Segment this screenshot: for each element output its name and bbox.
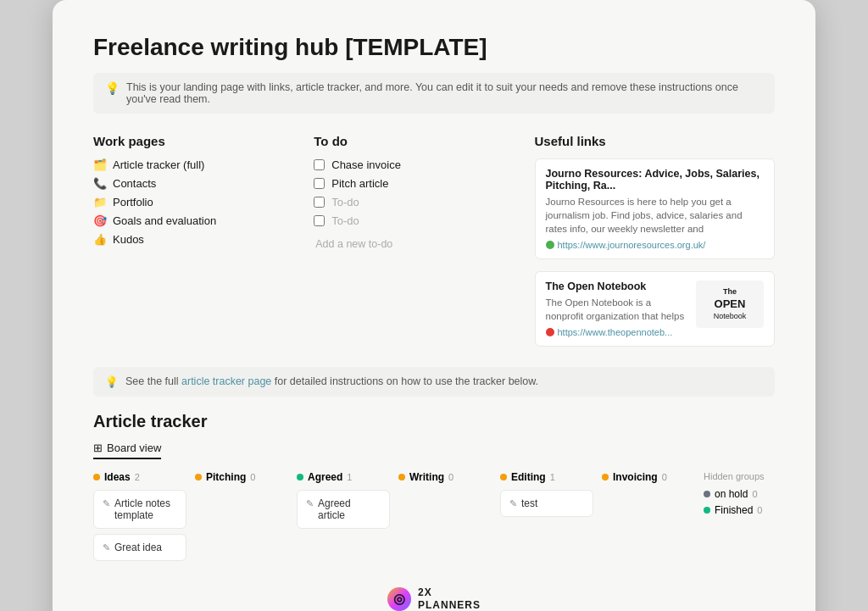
board-card[interactable]: ✎ Agreed article — [297, 490, 390, 529]
useful-links-section: Useful links Journo Resources: Advice, J… — [535, 134, 776, 347]
on-hold-dot — [704, 491, 710, 497]
list-item[interactable]: 🗂️ Article tracker (full) — [93, 158, 293, 171]
todo-checkbox[interactable] — [314, 159, 325, 170]
work-pages-list: 🗂️ Article tracker (full) 📞 Contacts 📁 P… — [93, 158, 293, 246]
article-tracker-icon: 🗂️ — [93, 158, 107, 171]
contacts-icon: 📞 — [93, 177, 107, 190]
card-edit-icon: ✎ — [103, 498, 110, 509]
list-item[interactable]: 📁 Portfolio — [93, 196, 293, 208]
board-col-ideas: Ideas 2 ✎ Article notes template ✎ Great… — [93, 471, 186, 566]
ideas-dot — [93, 474, 100, 480]
card-edit-icon: ✎ — [509, 498, 517, 509]
todo-checkbox[interactable] — [314, 178, 325, 189]
work-pages-section: Work pages 🗂️ Article tracker (full) 📞 C… — [93, 134, 293, 347]
todo-item-greyed[interactable]: To-do — [314, 196, 514, 208]
link-card-url[interactable]: https://www.journoresources.org.uk/ — [546, 240, 765, 250]
card-edit-icon: ✎ — [103, 542, 110, 553]
work-pages-title: Work pages — [93, 134, 293, 148]
article-tracker-link[interactable]: article tracker page — [181, 375, 271, 387]
hidden-group-item[interactable]: on hold 0 — [704, 488, 775, 500]
board-icon: ⊞ — [93, 442, 103, 454]
board-col-editing: Editing 1 ✎ test — [500, 471, 593, 566]
list-item[interactable]: 📞 Contacts — [93, 177, 293, 190]
todo-checkbox[interactable] — [314, 215, 325, 226]
link-card[interactable]: Journo Resources: Advice, Jobs, Salaries… — [535, 158, 776, 259]
todo-item-greyed[interactable]: To-do — [314, 214, 514, 227]
board-card[interactable]: ✎ Great idea — [93, 534, 186, 561]
link-card-open-notebook[interactable]: The Open Notebook The Open Notebook is a… — [535, 271, 776, 347]
writing-dot — [398, 474, 405, 480]
card-edit-icon: ✎ — [306, 498, 314, 509]
hidden-groups: Hidden groups on hold 0 Finished 0 — [704, 471, 775, 566]
todo-item[interactable]: Chase invoice — [314, 158, 514, 171]
info-banner: 💡 This is your landing page with links, … — [93, 73, 775, 114]
finished-dot — [704, 507, 710, 514]
portfolio-icon: 📁 — [93, 196, 107, 208]
page-title: Freelance writing hub [TEMPLATE] — [93, 34, 775, 61]
tracker-banner: 💡 See the full article tracker page for … — [93, 367, 775, 397]
open-notebook-logo: TheOPENNotebook — [696, 281, 764, 328]
url-dot-icon — [546, 241, 554, 249]
todo-list: Chase invoice Pitch article To-do To-do … — [314, 158, 514, 250]
three-col-section: Work pages 🗂️ Article tracker (full) 📞 C… — [93, 134, 775, 347]
board-card[interactable]: ✎ Article notes template — [93, 490, 186, 529]
board-view-tab[interactable]: ⊞ Board view — [93, 442, 161, 459]
add-todo-button[interactable]: Add a new to-do — [314, 238, 514, 250]
article-tracker-section: Article tracker ⊞ Board view Ideas 2 ✎ A… — [93, 412, 775, 566]
invoicing-dot — [602, 474, 609, 480]
bulb-icon: 💡 — [105, 81, 120, 95]
todo-checkbox[interactable] — [314, 197, 325, 208]
list-item[interactable]: 🎯 Goals and evaluation — [93, 214, 293, 227]
board-col-invoicing: Invoicing 0 — [602, 471, 695, 566]
board-columns: Ideas 2 ✎ Article notes template ✎ Great… — [93, 471, 775, 566]
main-window: Freelance writing hub [TEMPLATE] 💡 This … — [53, 0, 815, 611]
bulb-icon-2: 💡 — [105, 375, 119, 388]
board-col-pitching: Pitching 0 — [195, 471, 288, 566]
article-tracker-title: Article tracker — [93, 412, 775, 431]
board-col-agreed: Agreed 1 ✎ Agreed article — [297, 471, 390, 566]
url-dot-icon — [546, 328, 554, 336]
list-item[interactable]: 👍 Kudos — [93, 233, 293, 246]
board-col-writing: Writing 0 — [398, 471, 492, 566]
logo-icon: ◎ — [387, 587, 411, 611]
todo-section: To do Chase invoice Pitch article To-do … — [314, 134, 514, 347]
agreed-dot — [297, 474, 303, 480]
todo-title: To do — [314, 134, 514, 148]
useful-links-title: Useful links — [535, 134, 776, 148]
useful-links-list: Journo Resources: Advice, Jobs, Salaries… — [535, 158, 776, 347]
goals-icon: 🎯 — [93, 214, 107, 227]
link-card-url[interactable]: https://www.theopennoteb... — [546, 327, 690, 337]
board-card[interactable]: ✎ test — [500, 490, 593, 517]
footer-logo: ◎ 2X PLANNERS — [93, 586, 775, 611]
todo-item[interactable]: Pitch article — [314, 177, 514, 190]
kudos-icon: 👍 — [93, 233, 107, 246]
pitching-dot — [195, 474, 202, 480]
hidden-group-item[interactable]: Finished 0 — [704, 504, 775, 516]
editing-dot — [500, 474, 507, 480]
